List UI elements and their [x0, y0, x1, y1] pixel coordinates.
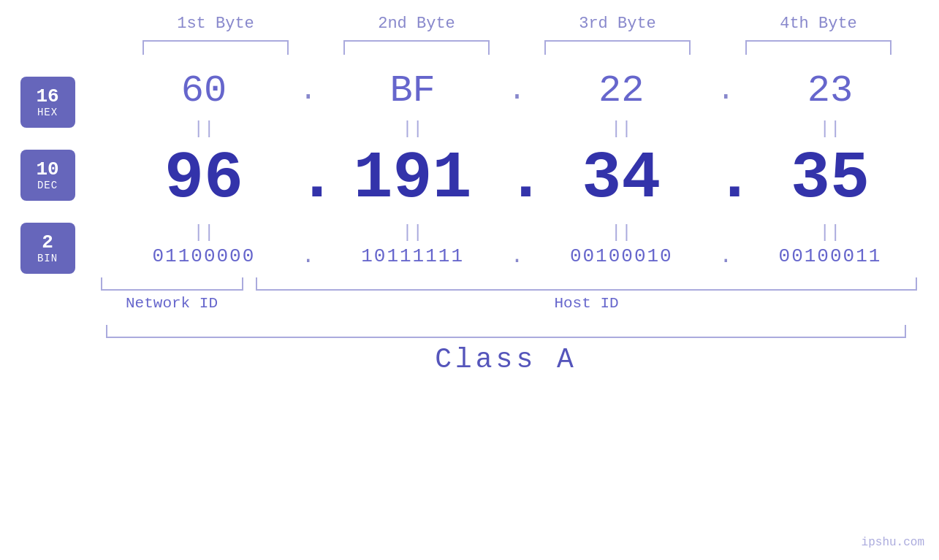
dec-val-2: 191 — [332, 142, 493, 216]
eq2-1: || — [123, 223, 284, 242]
hex-val-1: 60 — [123, 69, 284, 112]
bottom-brackets-area: Network ID Host ID — [0, 277, 939, 312]
bin-val-3: 00100010 — [541, 245, 702, 267]
dot-hex-2: . — [506, 77, 528, 106]
dec-row: 96 . 191 . 34 . 35 — [95, 142, 939, 220]
dec-badge-number: 10 — [36, 159, 58, 180]
dec-val-1: 96 — [123, 142, 284, 216]
dot-dec-1: . — [297, 146, 319, 212]
values-grid: 60 . BF . 22 . 23 || || || || 96 — [95, 62, 939, 274]
main-container: 1st Byte 2nd Byte 3rd Byte 4th Byte 16 H… — [0, 0, 939, 560]
eq1-1: || — [123, 119, 284, 139]
dec-badge-label: DEC — [37, 180, 58, 191]
content-area: 16 HEX 10 DEC 2 BIN 60 . BF . 22 . 23 — [0, 62, 939, 274]
dec-badge: 10 DEC — [20, 150, 75, 201]
class-a-label: Class A — [435, 344, 577, 375]
bracket-top-3 — [544, 40, 691, 55]
bin-badge-label: BIN — [37, 253, 58, 264]
labels-column: 16 HEX 10 DEC 2 BIN — [0, 62, 95, 274]
eq1-4: || — [750, 119, 911, 139]
network-id-section: Network ID — [95, 277, 248, 312]
dot-bin-2: . — [506, 245, 528, 267]
network-id-label: Network ID — [126, 295, 218, 312]
hex-val-4: 23 — [750, 69, 911, 112]
host-id-label: Host ID — [554, 295, 618, 312]
eq1-3: || — [541, 119, 702, 139]
bracket-top-1 — [142, 40, 289, 55]
hex-val-3: 22 — [541, 69, 702, 112]
dot-dec-2: . — [506, 146, 528, 212]
bin-badge: 2 BIN — [20, 223, 75, 274]
bin-row: 01100000 . 10111111 . 00100010 . 0010001… — [95, 245, 939, 271]
dot-dec-3: . — [715, 146, 737, 212]
host-id-section: Host ID — [256, 277, 917, 312]
top-brackets — [115, 40, 919, 55]
bin-badge-number: 2 — [42, 232, 53, 253]
byte-label-4: 4th Byte — [745, 15, 892, 33]
dec-val-3: 34 — [541, 142, 702, 216]
hex-badge-number: 16 — [36, 86, 58, 107]
dot-hex-1: . — [297, 77, 319, 106]
hex-badge-label: HEX — [37, 107, 58, 118]
host-id-bracket — [256, 277, 917, 291]
byte-label-2: 2nd Byte — [343, 15, 490, 33]
bin-val-1: 01100000 — [123, 245, 284, 267]
dot-bin-1: . — [297, 245, 319, 267]
bracket-top-4 — [745, 40, 892, 55]
byte-label-3: 3rd Byte — [544, 15, 691, 33]
hex-badge: 16 HEX — [20, 77, 75, 128]
eq2-2: || — [332, 223, 493, 242]
eq1-2: || — [332, 119, 493, 139]
dec-val-4: 35 — [750, 142, 911, 216]
byte-labels-row: 1st Byte 2nd Byte 3rd Byte 4th Byte — [115, 15, 919, 33]
bin-val-4: 00100011 — [750, 245, 911, 267]
hex-row: 60 . BF . 22 . 23 — [95, 62, 939, 116]
equals-row-1: || || || || — [95, 116, 939, 142]
eq2-4: || — [750, 223, 911, 242]
watermark: ipshu.com — [862, 536, 924, 549]
class-a-section: Class A — [0, 325, 939, 375]
class-a-bracket — [106, 325, 906, 338]
bin-val-2: 10111111 — [332, 245, 493, 267]
dot-hex-3: . — [715, 77, 737, 106]
equals-row-2: || || || || — [95, 220, 939, 245]
dot-bin-3: . — [715, 245, 737, 267]
eq2-3: || — [541, 223, 702, 242]
hex-val-2: BF — [332, 69, 493, 112]
bracket-top-2 — [343, 40, 490, 55]
byte-label-1: 1st Byte — [142, 15, 289, 33]
network-id-bracket — [101, 277, 243, 291]
